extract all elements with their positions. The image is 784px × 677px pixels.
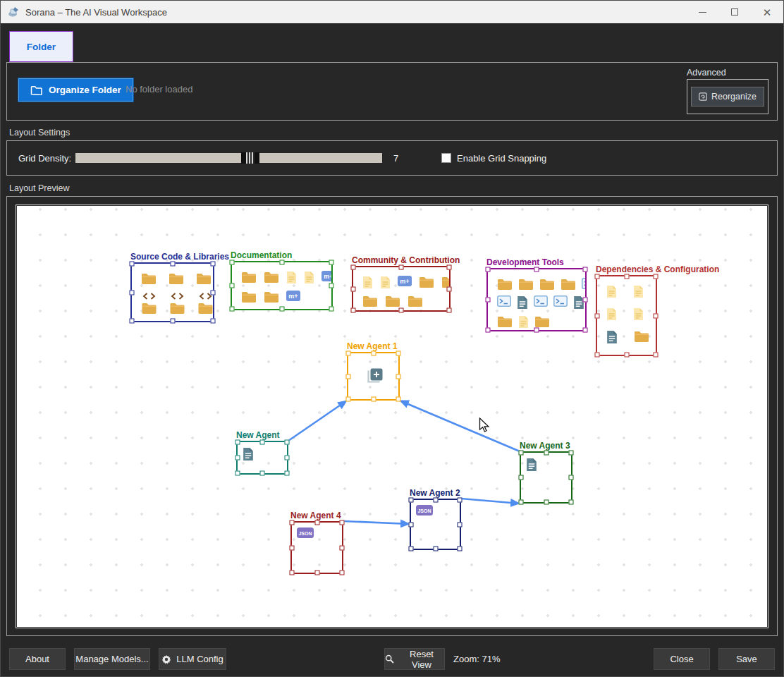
resize-handle[interactable] xyxy=(583,298,588,303)
llm-config-button[interactable]: LLM Config xyxy=(159,648,226,670)
resize-handle[interactable] xyxy=(329,260,334,265)
resize-handle[interactable] xyxy=(519,451,524,456)
resize-handle[interactable] xyxy=(447,308,452,313)
resize-handle[interactable] xyxy=(235,456,240,461)
resize-handle[interactable] xyxy=(447,286,452,291)
resize-handle[interactable] xyxy=(260,471,265,476)
resize-handle[interactable] xyxy=(314,571,319,575)
resize-handle[interactable] xyxy=(595,353,600,358)
resize-handle[interactable] xyxy=(569,500,574,505)
resize-handle[interactable] xyxy=(340,545,345,550)
resize-handle[interactable] xyxy=(486,298,491,303)
resize-handle[interactable] xyxy=(130,290,135,295)
resize-handle[interactable] xyxy=(458,522,463,527)
resize-handle[interactable] xyxy=(371,397,376,402)
grid-snapping-checkbox[interactable] xyxy=(441,153,451,163)
resize-handle[interactable] xyxy=(624,274,629,279)
resize-handle[interactable] xyxy=(290,520,295,525)
resize-handle[interactable] xyxy=(654,353,659,358)
group-node[interactable]: Dependencies & Configuration xyxy=(596,275,657,356)
resize-handle[interactable] xyxy=(290,545,295,550)
resize-handle[interactable] xyxy=(279,307,284,312)
resize-handle[interactable] xyxy=(211,319,216,324)
resize-handle[interactable] xyxy=(458,498,463,503)
manage-models-button[interactable]: Manage Models... xyxy=(74,648,150,670)
resize-handle[interactable] xyxy=(399,265,404,270)
resize-handle[interactable] xyxy=(211,262,216,267)
resize-handle[interactable] xyxy=(519,500,524,505)
resize-handle[interactable] xyxy=(329,283,334,288)
resize-handle[interactable] xyxy=(230,283,235,288)
resize-handle[interactable] xyxy=(433,498,438,503)
resize-handle[interactable] xyxy=(351,265,356,270)
resize-handle[interactable] xyxy=(458,547,463,551)
resize-handle[interactable] xyxy=(230,260,235,265)
resize-handle[interactable] xyxy=(409,547,414,551)
resize-handle[interactable] xyxy=(544,451,549,456)
resize-handle[interactable] xyxy=(409,522,414,527)
reorganize-button[interactable]: Reorganize xyxy=(691,87,764,106)
group-node[interactable]: Source Code & Libraries xyxy=(130,262,214,322)
agent-node[interactable]: New Agent 4JSON xyxy=(290,521,343,574)
resize-handle[interactable] xyxy=(433,547,438,551)
resize-handle[interactable] xyxy=(285,456,290,461)
agent-node[interactable]: New Agent xyxy=(236,441,288,475)
resize-handle[interactable] xyxy=(170,319,175,324)
resize-handle[interactable] xyxy=(130,319,135,324)
resize-handle[interactable] xyxy=(260,440,265,445)
resize-handle[interactable] xyxy=(486,267,491,272)
slider-handle[interactable] xyxy=(241,152,259,164)
resize-handle[interactable] xyxy=(346,397,351,402)
resize-handle[interactable] xyxy=(130,262,135,267)
resize-handle[interactable] xyxy=(396,397,401,402)
resize-handle[interactable] xyxy=(595,274,600,279)
titlebar[interactable]: Sorana – The AI Visual Workspace ✕ xyxy=(1,1,783,23)
resize-handle[interactable] xyxy=(285,440,290,445)
resize-handle[interactable] xyxy=(170,262,175,267)
resize-handle[interactable] xyxy=(351,286,356,291)
agent-node[interactable]: New Agent 3 xyxy=(520,451,572,504)
group-node[interactable]: Documentationm+m+ xyxy=(231,261,333,310)
resize-handle[interactable] xyxy=(583,328,588,333)
resize-handle[interactable] xyxy=(279,260,284,265)
resize-handle[interactable] xyxy=(595,313,600,318)
group-node[interactable]: Community & Contributionm+ xyxy=(352,266,451,312)
resize-handle[interactable] xyxy=(314,520,319,525)
resize-handle[interactable] xyxy=(486,328,491,333)
resize-handle[interactable] xyxy=(654,313,659,318)
resize-handle[interactable] xyxy=(544,500,549,505)
minimize-icon[interactable] xyxy=(686,1,718,23)
preview-canvas[interactable]: Source Code & LibrariesDocumentationm+m+… xyxy=(16,205,768,628)
agent-node[interactable]: New Agent 2JSON xyxy=(410,499,461,550)
resize-handle[interactable] xyxy=(583,267,588,272)
resize-handle[interactable] xyxy=(396,351,401,356)
close-icon[interactable]: ✕ xyxy=(751,1,783,23)
reset-view-button[interactable]: Reset View xyxy=(384,648,445,670)
resize-handle[interactable] xyxy=(624,353,629,358)
organize-folder-button[interactable]: Organize Folder xyxy=(18,78,133,102)
resize-handle[interactable] xyxy=(235,471,240,476)
resize-handle[interactable] xyxy=(290,571,295,575)
tab-folder[interactable]: Folder xyxy=(9,31,73,62)
resize-handle[interactable] xyxy=(447,265,452,270)
about-button[interactable]: About xyxy=(9,648,66,670)
resize-handle[interactable] xyxy=(211,290,216,295)
save-button[interactable]: Save xyxy=(718,648,775,670)
group-node[interactable]: Development Tools xyxy=(486,268,587,331)
resize-handle[interactable] xyxy=(340,520,345,525)
resize-handle[interactable] xyxy=(569,475,574,480)
resize-handle[interactable] xyxy=(534,328,539,333)
resize-handle[interactable] xyxy=(519,475,524,480)
grid-density-slider[interactable] xyxy=(75,153,382,163)
resize-handle[interactable] xyxy=(235,440,240,445)
resize-handle[interactable] xyxy=(230,307,235,312)
resize-handle[interactable] xyxy=(396,374,401,379)
resize-handle[interactable] xyxy=(329,307,334,312)
maximize-icon[interactable] xyxy=(718,1,751,23)
resize-handle[interactable] xyxy=(399,308,404,313)
resize-handle[interactable] xyxy=(409,498,414,503)
agent-node[interactable]: New Agent 1 xyxy=(347,352,400,401)
resize-handle[interactable] xyxy=(371,351,376,356)
resize-handle[interactable] xyxy=(285,471,290,476)
resize-handle[interactable] xyxy=(340,571,345,575)
